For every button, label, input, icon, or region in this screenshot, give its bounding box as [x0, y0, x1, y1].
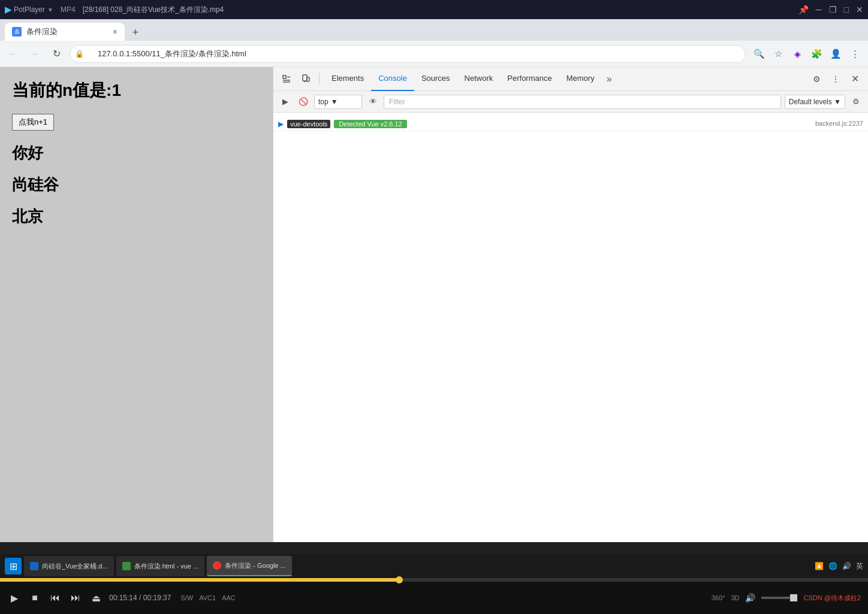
address-input[interactable]: 🔒 127.0.0.1:5500/11_条件渲染/条件渲染.html — [70, 45, 746, 63]
media-brand: CSDN @待木成柱2 — [803, 594, 861, 603]
media-format-aac: AAC — [222, 594, 236, 601]
media-stop-button[interactable]: ■ — [28, 591, 42, 605]
taskbar-label-2: 条件渲染 - Google ... — [225, 561, 285, 570]
address-bar: ← → ↻ 🔒 127.0.0.1:5500/11_条件渲染/条件渲染.html… — [0, 41, 868, 67]
app-dropdown-icon[interactable]: ▼ — [47, 7, 53, 13]
back-button[interactable]: ← — [5, 46, 22, 62]
log-source[interactable]: backend.js:2237 — [815, 120, 863, 127]
media-format-label: MP4 — [61, 5, 76, 14]
media-360-label: 360° — [712, 594, 725, 601]
media-play-button[interactable]: ▶ — [7, 591, 22, 605]
maximize-button[interactable]: □ — [844, 5, 849, 14]
context-select[interactable]: top ▼ — [314, 95, 362, 109]
pin-button[interactable]: 📌 — [798, 5, 809, 14]
tab-performance[interactable]: Performance — [500, 67, 559, 91]
menu-button[interactable]: ⋮ — [846, 46, 863, 62]
tray-icons: 🔼 🌐 🔊 英 — [815, 561, 863, 571]
media-controls: ▶ ■ ⏮ ⏭ ⏏ 00:15:14 / 00:19:37 S/W AVC1 A… — [0, 582, 868, 614]
context-dropdown-icon: ▼ — [331, 98, 338, 106]
tab-close-button[interactable]: × — [113, 27, 117, 37]
console-settings-button[interactable]: ⚙ — [849, 95, 863, 109]
default-levels-select[interactable]: Default levels ▼ — [785, 95, 845, 109]
devtools-close-button[interactable]: ✕ — [846, 71, 863, 87]
taskbar-item-0[interactable]: 尚硅谷_Vue全家桶.d... — [24, 556, 114, 576]
settings-button[interactable]: ⚙ — [808, 71, 825, 87]
page-content: 当前的n值是:1 点我n+1 你好 尚硅谷 北京 — [0, 67, 273, 542]
filter-placeholder: Filter — [389, 98, 405, 106]
vue-detected-badge: Detected Vue v2.6.12 — [334, 120, 406, 128]
extension1-button[interactable]: ◈ — [789, 46, 806, 62]
inspect-element-button[interactable] — [278, 71, 295, 87]
media-volume-icon[interactable]: 🔊 — [745, 593, 755, 603]
forward-button[interactable]: → — [26, 46, 43, 62]
taskbar-item-2[interactable]: 条件渲染 - Google ... — [207, 556, 291, 576]
media-player: ▶ ■ ⏮ ⏭ ⏏ 00:15:14 / 00:19:37 S/W AVC1 A… — [0, 578, 868, 614]
favicon-text: 条 — [14, 28, 20, 36]
console-bar: ▶ 🚫 top ▼ 👁 Filter Default levels ▼ ⚙ — [273, 91, 868, 113]
browser-tab-active[interactable]: 条 条件渲染 × — [5, 23, 125, 41]
media-current-time: 00:15:14 / 00:19:37 — [109, 594, 171, 602]
taskbar-item-1[interactable]: 条件渲染.html - vue ... — [116, 556, 205, 576]
filter-input[interactable]: Filter — [384, 95, 781, 109]
media-right: 360° 3D 🔊 CSDN @待木成柱2 — [712, 593, 861, 603]
tab-title: 条件渲染 — [26, 26, 58, 37]
devtools-toolbar: Elements Console Sources Network Perform… — [273, 67, 868, 91]
device-toolbar-button[interactable] — [297, 71, 314, 87]
taskbar-icon-0 — [30, 562, 38, 570]
svg-rect-0 — [283, 75, 286, 78]
close-button[interactable]: ✕ — [856, 5, 863, 14]
devtools-actions: ⚙ ⋮ ✕ — [808, 71, 863, 87]
bookmark-button[interactable]: ☆ — [770, 46, 786, 62]
media-progress-bar[interactable] — [0, 578, 868, 582]
taskbar-label-0: 尚硅谷_Vue全家桶.d... — [42, 562, 108, 571]
refresh-button[interactable]: ↻ — [48, 46, 65, 62]
tab-sources[interactable]: Sources — [414, 67, 457, 91]
increment-button[interactable]: 点我n+1 — [12, 114, 54, 131]
tab-elements[interactable]: Elements — [324, 67, 371, 91]
address-text: 127.0.0.1:5500/11_条件渲染/条件渲染.html — [98, 49, 246, 59]
tray-up-icon[interactable]: 🔼 — [815, 562, 824, 570]
vue-devtools-badge: vue-devtools — [287, 120, 330, 128]
log-expand-arrow[interactable]: ▶ — [278, 120, 284, 128]
profile-button[interactable]: 👤 — [827, 46, 844, 62]
media-volume-slider[interactable] — [761, 597, 797, 599]
media-next-button[interactable]: ⏭ — [68, 591, 83, 605]
taskbar-icon-1 — [122, 562, 131, 570]
tray-lang-label[interactable]: 英 — [856, 561, 863, 571]
svg-rect-4 — [303, 75, 307, 81]
tray-volume-icon[interactable]: 🔊 — [842, 562, 851, 570]
zoom-button[interactable]: 🔍 — [751, 46, 767, 62]
start-button[interactable]: ⊞ — [5, 558, 22, 574]
extensions-button[interactable]: 🧩 — [808, 46, 825, 62]
media-prev-button[interactable]: ⏮ — [48, 591, 62, 605]
lock-icon: 🔒 — [75, 50, 84, 58]
minimize-button[interactable]: ─ — [816, 5, 822, 14]
page-title: 当前的n值是:1 — [12, 79, 261, 102]
title-bar-controls: 📌 ─ ❐ □ ✕ — [798, 5, 863, 14]
app-label: PotPlayer — [14, 5, 45, 14]
restore-button[interactable]: ❐ — [829, 5, 837, 14]
devtools-more-button[interactable]: ⋮ — [827, 71, 844, 87]
console-run-button[interactable]: ▶ — [278, 95, 293, 109]
svg-rect-5 — [307, 77, 309, 81]
media-info-label: [28/168] 028_尚硅谷Vue技术_条件渲染.mp4 — [83, 5, 224, 15]
more-tabs-button[interactable]: » — [602, 67, 617, 91]
tab-console[interactable]: Console — [371, 67, 414, 91]
console-content: ▶ vue-devtools Detected Vue v2.6.12 back… — [273, 113, 868, 542]
title-bar: ▶ PotPlayer ▼ MP4 [28/168] 028_尚硅谷Vue技术_… — [0, 0, 868, 19]
media-eject-button[interactable]: ⏏ — [89, 591, 103, 605]
eye-button[interactable]: 👁 — [366, 95, 380, 109]
tab-network[interactable]: Network — [457, 67, 501, 91]
page-text-1: 你好 — [12, 143, 261, 164]
new-tab-button[interactable]: + — [127, 24, 144, 41]
tray-network-icon[interactable]: 🌐 — [828, 562, 837, 570]
console-stop-button[interactable]: 🚫 — [296, 95, 311, 109]
taskbar-label-1: 条件渲染.html - vue ... — [134, 562, 199, 571]
toolbar-separator — [319, 73, 320, 85]
media-format-sw: S/W — [180, 594, 193, 601]
browser-window: 条 条件渲染 × + ← → ↻ 🔒 127.0.0.1:5500/11_条件渲… — [0, 19, 868, 542]
page-text-2: 尚硅谷 — [12, 174, 261, 195]
taskbar: ⊞ 尚硅谷_Vue全家桶.d... 条件渲染.html - vue ... 条件… — [0, 554, 868, 578]
tab-memory[interactable]: Memory — [559, 67, 602, 91]
devtools-panel: Elements Console Sources Network Perform… — [273, 67, 868, 542]
